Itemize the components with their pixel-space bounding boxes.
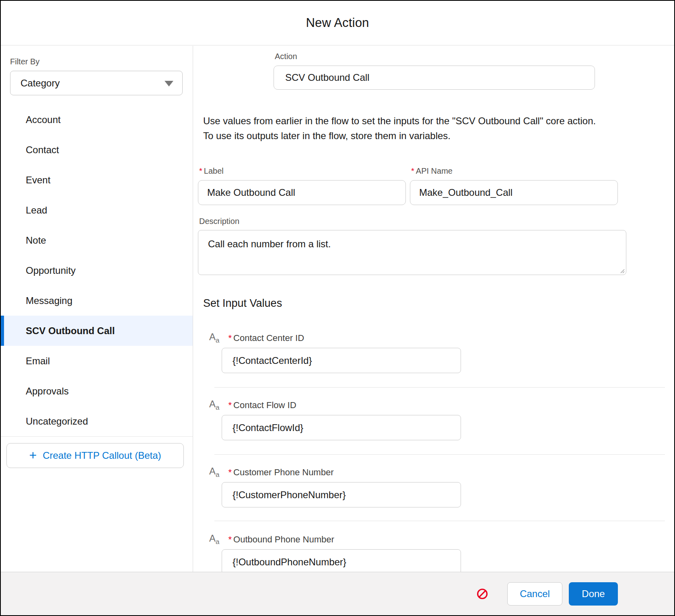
- sidebar-category-item[interactable]: Note: [1, 225, 193, 255]
- required-marker: *: [228, 333, 232, 343]
- sidebar-category-item[interactable]: Uncategorized: [1, 406, 193, 436]
- prohibition-icon: [477, 588, 488, 600]
- input-group-label: *Outbound Phone Number: [228, 534, 334, 545]
- label-input-value: Make Outbound Call: [207, 187, 295, 198]
- sidebar-category-label: Lead: [26, 205, 47, 216]
- modal-header: New Action: [1, 1, 674, 45]
- sidebar-category-label: Note: [26, 235, 46, 246]
- modal-footer: Cancel Done: [1, 572, 674, 615]
- sidebar-category-item[interactable]: Event: [1, 165, 193, 195]
- sidebar-category-label: Messaging: [26, 295, 72, 306]
- group-divider: [214, 521, 665, 521]
- api-name-input-value: Make_Outbound_Call: [419, 187, 512, 198]
- sidebar-category-item[interactable]: Contact: [1, 135, 193, 165]
- category-dropdown-value: Category: [21, 78, 60, 89]
- intro-text: Use values from earlier in the flow to s…: [203, 113, 650, 143]
- description-value: Call each number from a list.: [208, 238, 331, 249]
- sidebar-category-label: Email: [26, 355, 50, 367]
- new-action-modal: New Action Filter By Category Account Co…: [0, 0, 675, 616]
- required-marker: *: [199, 166, 202, 175]
- text-type-icon: Aa: [209, 398, 219, 412]
- input-group-field[interactable]: {!OutboundPhoneNumber}: [222, 549, 461, 573]
- group-divider: [214, 454, 665, 455]
- set-input-values-heading: Set Input Values: [203, 297, 282, 310]
- description-field-label: Description: [199, 217, 239, 226]
- intro-line-1: Use values from earlier in the flow to s…: [203, 113, 650, 128]
- label-field-label-text: Label: [204, 166, 224, 175]
- text-type-icon: Aa: [209, 533, 219, 546]
- group-divider: [214, 387, 665, 388]
- api-name-field-label: *API Name: [411, 166, 453, 176]
- category-sidebar: Filter By Category Account Contact Event: [1, 46, 193, 573]
- input-group-label-text: Contact Flow ID: [233, 400, 296, 410]
- input-group-value: {!ContactCenterId}: [233, 355, 312, 366]
- action-input[interactable]: SCV Outbound Call: [274, 66, 595, 90]
- api-name-input[interactable]: Make_Outbound_Call: [410, 180, 618, 205]
- input-group-field[interactable]: {!ContactFlowId}: [222, 415, 461, 440]
- sidebar-category-label: Opportunity: [26, 265, 76, 276]
- modal-title: New Action: [306, 16, 369, 30]
- input-group-label-text: Customer Phone Number: [233, 467, 333, 477]
- create-http-callout-button[interactable]: + Create HTTP Callout (Beta): [6, 443, 184, 468]
- input-group-label: *Contact Center ID: [228, 333, 304, 343]
- label-input[interactable]: Make Outbound Call: [198, 180, 406, 205]
- input-group-value: {!ContactFlowId}: [233, 422, 303, 433]
- required-marker: *: [411, 166, 414, 175]
- sidebar-category-item[interactable]: Account: [1, 105, 193, 135]
- description-textarea[interactable]: Call each number from a list.: [198, 230, 626, 275]
- input-group-label-text: Contact Center ID: [233, 333, 304, 343]
- sidebar-category-item[interactable]: Approvals: [1, 376, 193, 406]
- input-group-value: {!CustomerPhoneNumber}: [233, 489, 346, 501]
- sidebar-category-label: Account: [26, 114, 61, 125]
- sidebar-category-item[interactable]: Email: [1, 346, 193, 376]
- done-button[interactable]: Done: [569, 582, 618, 606]
- input-group-value: {!OutboundPhoneNumber}: [233, 556, 346, 568]
- sidebar-category-label: Contact: [26, 144, 59, 156]
- action-field-label: Action: [275, 52, 297, 61]
- cancel-button[interactable]: Cancel: [507, 582, 562, 606]
- sidebar-category-label: SCV Outbound Call: [26, 325, 115, 337]
- sidebar-category-item[interactable]: Messaging: [1, 285, 193, 316]
- intro-line-2: To use its outputs later in the flow, st…: [203, 128, 650, 143]
- sidebar-category-item[interactable]: Lead: [1, 195, 193, 225]
- sidebar-category-label: Uncategorized: [26, 416, 88, 427]
- filter-by-label: Filter By: [10, 57, 39, 66]
- required-marker: *: [228, 400, 232, 410]
- input-group-field[interactable]: {!CustomerPhoneNumber}: [222, 482, 461, 507]
- resize-grip-icon[interactable]: [618, 267, 625, 273]
- required-marker: *: [228, 467, 232, 477]
- sidebar-category-item[interactable]: SCV Outbound Call: [1, 316, 193, 346]
- sidebar-category-label: Approvals: [26, 386, 69, 397]
- sidebar-category-item[interactable]: Opportunity: [1, 255, 193, 285]
- chevron-down-icon: [165, 81, 173, 86]
- action-config-panel: Action SCV Outbound Call Use values from…: [193, 46, 675, 573]
- api-name-field-label-text: API Name: [416, 166, 453, 175]
- label-field-label: *Label: [199, 166, 224, 176]
- sidebar-divider: [1, 436, 193, 437]
- text-type-icon: Aa: [209, 466, 219, 479]
- action-input-value: SCV Outbound Call: [285, 72, 369, 83]
- text-type-icon: Aa: [209, 331, 219, 345]
- input-group-label: *Customer Phone Number: [228, 467, 333, 478]
- category-list: Account Contact Event Lead Note: [1, 105, 193, 436]
- create-http-callout-label: Create HTTP Callout (Beta): [43, 450, 161, 461]
- sidebar-category-label: Event: [26, 175, 50, 186]
- required-marker: *: [228, 534, 232, 544]
- input-group-label: *Contact Flow ID: [228, 400, 296, 411]
- category-dropdown[interactable]: Category: [10, 71, 183, 95]
- input-group-label-text: Outbound Phone Number: [233, 534, 334, 544]
- input-group-field[interactable]: {!ContactCenterId}: [222, 348, 461, 373]
- plus-icon: +: [29, 449, 37, 462]
